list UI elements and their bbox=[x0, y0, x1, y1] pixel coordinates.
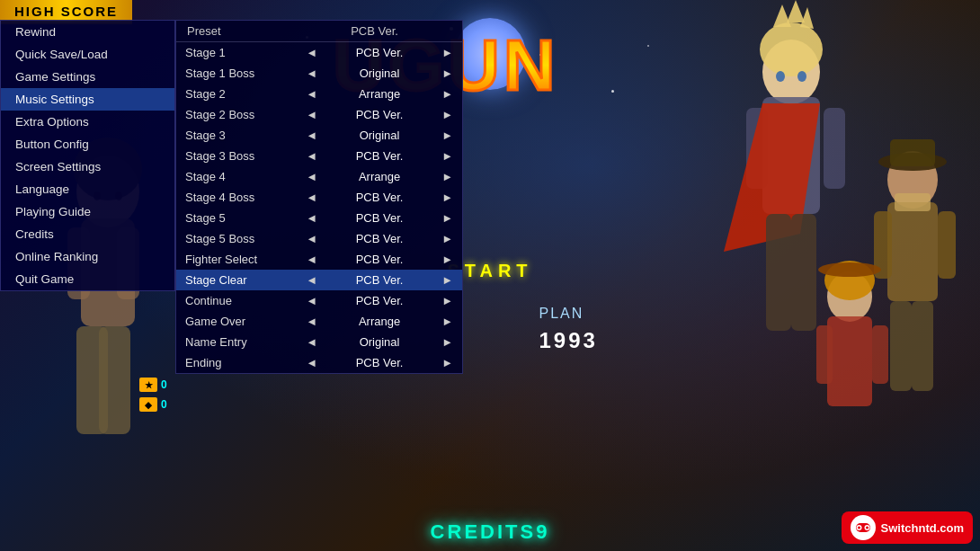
submenu-row-stage4[interactable]: Stage 4 ◄ Arrange ► bbox=[176, 166, 462, 187]
row-value-stage1boss: Original bbox=[321, 67, 438, 80]
submenu-row-stage2boss[interactable]: Stage 2 Boss ◄ PCB Ver. ► bbox=[176, 104, 462, 125]
submenu-row-ending[interactable]: Ending ◄ PCB Ver. ► bbox=[176, 352, 462, 373]
arrow-right-stage5[interactable]: ► bbox=[438, 211, 457, 225]
arrow-left-stage2[interactable]: ◄ bbox=[302, 87, 321, 101]
arrow-right-stage1[interactable]: ► bbox=[438, 46, 457, 59]
row-value-stage4: Arrange bbox=[321, 170, 438, 183]
arrow-right-stage3[interactable]: ► bbox=[438, 129, 457, 142]
submenu-row-name-entry[interactable]: Name Entry ◄ Original ► bbox=[176, 332, 462, 352]
menu-item-screen-settings[interactable]: Screen Settings bbox=[1, 156, 174, 178]
row-label-stage4boss: Stage 4 Boss bbox=[182, 191, 302, 204]
menu-item-credits[interactable]: Credits bbox=[1, 223, 174, 245]
arrow-right-stage5boss[interactable]: ► bbox=[438, 232, 457, 245]
svg-rect-13 bbox=[824, 108, 845, 189]
svg-rect-16 bbox=[791, 214, 816, 331]
submenu-row-stage5[interactable]: Stage 5 ◄ PCB Ver. ► bbox=[176, 208, 462, 228]
svg-rect-26 bbox=[938, 211, 956, 279]
svg-point-37 bbox=[818, 262, 881, 277]
submenu-row-stage4boss[interactable]: Stage 4 Boss ◄ PCB Ver. ► bbox=[176, 187, 462, 208]
arrow-left-stage5boss[interactable]: ◄ bbox=[302, 232, 321, 245]
row-label-name-entry: Name Entry bbox=[182, 335, 302, 349]
arrow-left-stage4boss[interactable]: ◄ bbox=[302, 191, 321, 204]
arrow-right-stage-clear[interactable]: ► bbox=[438, 273, 457, 287]
arrow-left-fighter-select[interactable]: ◄ bbox=[302, 253, 321, 266]
item-count-2: 0 bbox=[161, 398, 167, 411]
menu-item-online-ranking[interactable]: Online Ranking bbox=[1, 245, 174, 268]
row-value-name-entry: Original bbox=[321, 335, 438, 349]
row-value-stage5boss: PCB Ver. bbox=[321, 232, 438, 245]
arrow-left-stage3boss[interactable]: ◄ bbox=[302, 149, 321, 163]
preset-col-label: Preset bbox=[183, 24, 312, 38]
arrow-left-game-over[interactable]: ◄ bbox=[302, 315, 321, 328]
svg-rect-27 bbox=[890, 301, 912, 391]
menu-item-rewind[interactable]: Rewind bbox=[1, 21, 174, 43]
arrow-left-stage1[interactable]: ◄ bbox=[302, 46, 321, 59]
arrow-left-stage4[interactable]: ◄ bbox=[302, 170, 321, 183]
menu-item-game-settings[interactable]: Game Settings bbox=[1, 66, 174, 88]
menu-item-playing-guide[interactable]: Playing Guide bbox=[1, 200, 174, 223]
menu-item-quit-game[interactable]: Quit Game bbox=[1, 268, 174, 290]
arrow-right-game-over[interactable]: ► bbox=[438, 315, 457, 328]
submenu-row-stage2[interactable]: Stage 2 ◄ Arrange ► bbox=[176, 84, 462, 104]
arrow-right-name-entry[interactable]: ► bbox=[438, 335, 457, 349]
music-submenu: Preset PCB Ver. Stage 1 ◄ PCB Ver. ► Sta… bbox=[175, 20, 463, 374]
arrow-left-stage5[interactable]: ◄ bbox=[302, 211, 321, 225]
submenu-row-stage3[interactable]: Stage 3 ◄ Original ► bbox=[176, 125, 462, 146]
row-value-stage2: Arrange bbox=[321, 87, 438, 101]
right-character-area bbox=[701, 0, 980, 551]
row-label-stage5: Stage 5 bbox=[182, 211, 302, 225]
high-score-label: HIGH SCORE bbox=[14, 4, 118, 19]
arrow-right-continue[interactable]: ► bbox=[438, 294, 457, 307]
menu-item-extra-options[interactable]: Extra Options bbox=[1, 111, 174, 133]
svg-rect-31 bbox=[895, 193, 931, 211]
svg-rect-33 bbox=[827, 316, 872, 406]
arrow-left-ending[interactable]: ◄ bbox=[302, 356, 321, 369]
submenu-row-game-over[interactable]: Game Over ◄ Arrange ► bbox=[176, 311, 462, 332]
svg-rect-35 bbox=[872, 325, 888, 384]
submenu-row-continue[interactable]: Continue ◄ PCB Ver. ► bbox=[176, 290, 462, 311]
svg-point-41 bbox=[858, 527, 860, 529]
row-label-stage1: Stage 1 bbox=[182, 46, 302, 59]
arrow-left-stage3[interactable]: ◄ bbox=[302, 129, 321, 142]
arrow-left-stage2boss[interactable]: ◄ bbox=[302, 108, 321, 121]
arrow-right-stage4[interactable]: ► bbox=[438, 170, 457, 183]
svg-rect-28 bbox=[912, 301, 933, 391]
menu-item-button-config[interactable]: Button Config bbox=[1, 133, 174, 156]
arrow-right-ending[interactable]: ► bbox=[438, 356, 457, 369]
arrow-left-stage1boss[interactable]: ◄ bbox=[302, 67, 321, 80]
svg-marker-18 bbox=[773, 4, 791, 27]
arrow-right-stage2boss[interactable]: ► bbox=[438, 108, 457, 121]
row-value-stage1: PCB Ver. bbox=[321, 46, 438, 59]
submenu-row-stage5boss[interactable]: Stage 5 Boss ◄ PCB Ver. ► bbox=[176, 228, 462, 249]
row-value-stage5: PCB Ver. bbox=[321, 211, 438, 225]
submenu-row-stage1boss[interactable]: Stage 1 Boss ◄ Original ► bbox=[176, 63, 462, 84]
submenu-row-stage3boss[interactable]: Stage 3 Boss ◄ PCB Ver. ► bbox=[176, 146, 462, 166]
menu-item-quick-save-load[interactable]: Quick Save/Load bbox=[1, 43, 174, 66]
row-value-game-over: Arrange bbox=[321, 315, 438, 328]
submenu-row-stage1[interactable]: Stage 1 ◄ PCB Ver. ► bbox=[176, 42, 462, 63]
svg-point-22 bbox=[797, 71, 806, 82]
row-label-stage4: Stage 4 bbox=[182, 170, 302, 183]
plan-text: PLAN bbox=[539, 306, 584, 322]
row-label-stage2: Stage 2 bbox=[182, 87, 302, 101]
arrow-right-stage2[interactable]: ► bbox=[438, 87, 457, 101]
submenu-row-fighter-select[interactable]: Fighter Select ◄ PCB Ver. ► bbox=[176, 249, 462, 270]
arrow-left-name-entry[interactable]: ◄ bbox=[302, 335, 321, 349]
submenu-row-stage-clear[interactable]: Stage Clear ◄ PCB Ver. ► bbox=[176, 270, 462, 290]
arrow-left-stage-clear[interactable]: ◄ bbox=[302, 273, 321, 287]
item-icon-1: ★ bbox=[139, 378, 157, 392]
row-value-ending: PCB Ver. bbox=[321, 356, 438, 369]
menu-item-music-settings[interactable]: Music Settings bbox=[1, 88, 174, 111]
item-count-1: 0 bbox=[161, 378, 167, 391]
arrow-right-fighter-select[interactable]: ► bbox=[438, 253, 457, 266]
row-value-stage2boss: PCB Ver. bbox=[321, 108, 438, 121]
arrow-right-stage1boss[interactable]: ► bbox=[438, 67, 457, 80]
arrow-left-continue[interactable]: ◄ bbox=[302, 294, 321, 307]
menu-item-language[interactable]: Language bbox=[1, 178, 174, 200]
switch-icon bbox=[851, 515, 876, 540]
switch-badge: Switchntd.com bbox=[842, 511, 973, 544]
arrow-right-stage4boss[interactable]: ► bbox=[438, 191, 457, 204]
arrow-right-stage3boss[interactable]: ► bbox=[438, 149, 457, 163]
svg-rect-30 bbox=[890, 139, 935, 166]
row-label-stage5boss: Stage 5 Boss bbox=[182, 232, 302, 245]
